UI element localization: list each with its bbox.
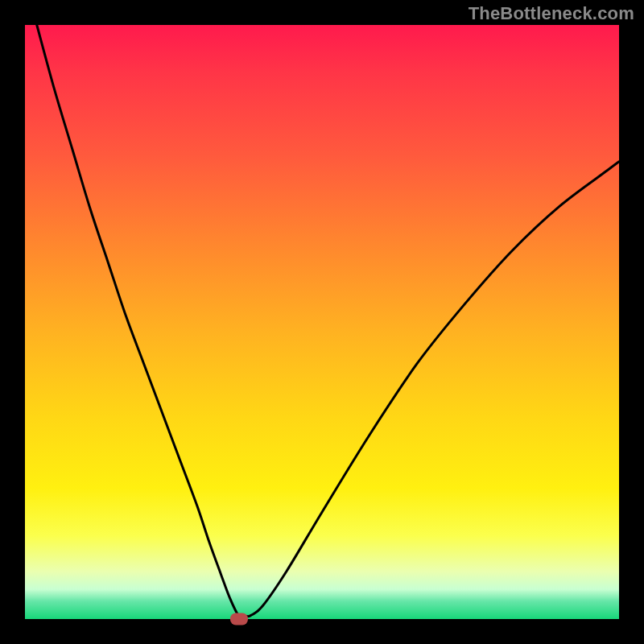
bottleneck-curve	[25, 25, 619, 619]
plot-area	[25, 25, 619, 619]
attribution-watermark: TheBottleneck.com	[469, 3, 634, 24]
optimal-point-marker	[230, 613, 248, 625]
chart-frame: TheBottleneck.com	[0, 0, 644, 644]
